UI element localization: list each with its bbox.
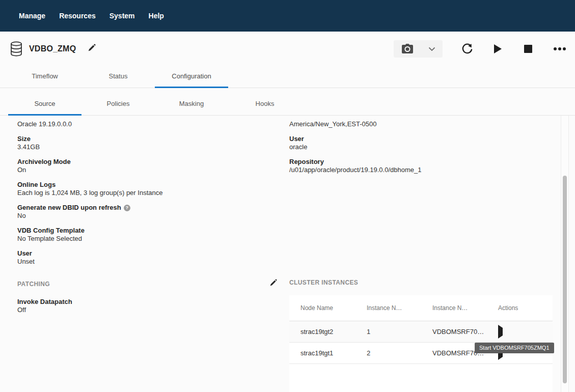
config-field: UserUnset xyxy=(17,249,277,266)
column-header: Instance N… xyxy=(421,295,487,321)
config-field: Generate new DBID upon refresh?No xyxy=(17,204,277,220)
field-label: Size xyxy=(17,135,277,143)
field-value: On xyxy=(17,166,277,174)
config-field: Online LogsEach log is 1,024 MB, 3 log g… xyxy=(17,181,277,197)
top-navbar: ManageResourcesSystemHelp xyxy=(0,0,575,32)
table-row: strac19tgt21VDBOMSRF70… xyxy=(289,321,553,342)
field-value: /u01/app/oracle/product/19.19.0.0/dbhome… xyxy=(289,166,557,174)
source-fields-right: America/New_York,EST-0500UseroracleRepos… xyxy=(289,120,557,181)
field-label: User xyxy=(289,135,557,143)
cluster-instances-table: Node NameInstance N…Instance N…Actions s… xyxy=(289,295,553,364)
cluster-instances-section: CLUSTER INSTANCES Node NameInstance N…In… xyxy=(289,279,553,392)
subtab-masking[interactable]: Masking xyxy=(155,94,228,116)
field-value: oracle xyxy=(289,143,557,151)
refresh-icon xyxy=(461,43,473,55)
source-fields-left: Oracle 19.19.0.0.0Size3.41GBArchivelog M… xyxy=(17,120,277,272)
start-vdb-button[interactable] xyxy=(491,43,504,55)
vertical-scrollbar-track[interactable] xyxy=(561,116,569,392)
nav-item-resources[interactable]: Resources xyxy=(59,12,96,20)
field-value: 3.41GB xyxy=(17,143,277,151)
column-header: Node Name xyxy=(289,295,355,321)
cell-actions xyxy=(487,321,553,342)
column-header: Actions xyxy=(487,295,553,321)
more-actions-button[interactable] xyxy=(553,43,565,55)
help-icon[interactable]: ? xyxy=(124,205,130,211)
config-subtabs: SourcePoliciesMaskingHooks xyxy=(0,88,575,116)
subtab-policies[interactable]: Policies xyxy=(81,94,155,116)
config-field: VDB Config TemplateNo Template Selected xyxy=(17,227,277,243)
cell-instance-number: 2 xyxy=(355,342,421,363)
nav-item-system[interactable]: System xyxy=(109,12,135,20)
vertical-scrollbar-thumb[interactable] xyxy=(563,176,567,383)
nav-item-manage[interactable]: Manage xyxy=(19,12,45,20)
camera-icon xyxy=(401,44,414,54)
subtab-source[interactable]: Source xyxy=(8,94,81,116)
field-value: Off xyxy=(17,306,277,314)
config-field: Useroracle xyxy=(289,135,557,151)
main-tabs: TimeflowStatusConfiguration xyxy=(0,66,575,88)
field-value: Oracle 19.19.0.0.0 xyxy=(17,120,277,128)
ellipsis-icon xyxy=(552,47,566,50)
cluster-instances-title: CLUSTER INSTANCES xyxy=(289,279,553,286)
start-instance-tooltip: Start VDBOMSRF705ZMQ1 xyxy=(475,343,554,353)
field-value: No Template Selected xyxy=(17,235,277,243)
stop-icon xyxy=(524,45,532,53)
vdb-toolbar xyxy=(394,40,565,58)
field-value: Unset xyxy=(17,258,277,266)
cell-node-name: strac19tgt1 xyxy=(289,342,355,363)
cell-instance-name: VDBOMSRF70… xyxy=(421,321,487,342)
title-bar: VDBO_ZMQ xyxy=(0,32,575,66)
config-field: Size3.41GB xyxy=(17,135,277,151)
page-title: VDBO_ZMQ xyxy=(29,44,76,53)
database-icon xyxy=(10,41,22,57)
stop-vdb-button[interactable] xyxy=(522,43,534,55)
config-field: Oracle 19.19.0.0.0 xyxy=(17,120,277,128)
config-field: Repository/u01/app/oracle/product/19.19.… xyxy=(289,158,557,174)
column-header: Instance N… xyxy=(355,295,421,321)
nav-item-help[interactable]: Help xyxy=(149,12,164,20)
config-field: Invoke DatapatchOff xyxy=(17,298,277,314)
patching-section: PATCHING Invoke DatapatchOff xyxy=(17,279,277,321)
subtab-hooks[interactable]: Hooks xyxy=(228,94,302,116)
play-icon xyxy=(494,44,502,53)
cell-node-name: strac19tgt2 xyxy=(289,321,355,342)
edit-patching-button[interactable] xyxy=(269,279,277,289)
field-value: America/New_York,EST-0500 xyxy=(289,120,557,128)
field-value: Each log is 1,024 MB, 3 log group(s) per… xyxy=(17,189,277,197)
tab-status[interactable]: Status xyxy=(81,66,155,88)
patching-title: PATCHING xyxy=(17,281,50,288)
field-value: No xyxy=(17,212,277,220)
field-label: Generate new DBID upon refresh? xyxy=(17,204,277,212)
snapshot-button[interactable] xyxy=(394,40,443,58)
config-field: America/New_York,EST-0500 xyxy=(289,120,557,128)
field-label: Invoke Datapatch xyxy=(17,298,277,306)
field-label: User xyxy=(17,249,277,258)
tab-timeflow[interactable]: Timeflow xyxy=(8,66,81,88)
field-label: Online Logs xyxy=(17,181,277,189)
pencil-icon xyxy=(87,44,96,52)
title-group: VDBO_ZMQ xyxy=(10,41,96,57)
start-instance-button[interactable] xyxy=(498,325,503,339)
refresh-button[interactable] xyxy=(461,43,473,55)
tab-configuration[interactable]: Configuration xyxy=(155,66,228,88)
cell-instance-number: 1 xyxy=(355,321,421,342)
field-label: Archivelog Mode xyxy=(17,158,277,166)
edit-name-button[interactable] xyxy=(87,44,96,54)
field-label: Repository xyxy=(289,158,557,166)
play-icon xyxy=(498,325,503,339)
chevron-down-icon[interactable] xyxy=(428,47,435,51)
pencil-icon xyxy=(269,279,277,287)
config-field: Archivelog ModeOn xyxy=(17,158,277,174)
field-label: VDB Config Template xyxy=(17,227,277,235)
